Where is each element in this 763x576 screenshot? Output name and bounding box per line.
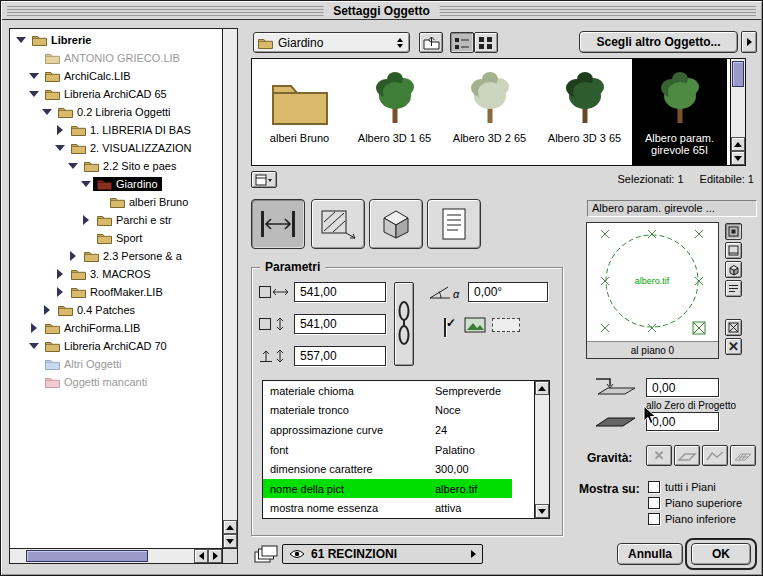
gravity-mesh-button[interactable] bbox=[730, 445, 756, 466]
tree-item-body[interactable]: RoofMaker.LIB bbox=[67, 285, 167, 299]
tab-2d-symbol[interactable] bbox=[251, 199, 305, 249]
rotation-angle-field[interactable]: 0,00° bbox=[468, 282, 548, 302]
titlebar[interactable]: Settaggi Oggetto bbox=[2, 2, 761, 20]
parameter-row-mostra-nome-essenza[interactable]: mostra nome essenzaattiva bbox=[263, 498, 534, 518]
disclosure-open-icon[interactable] bbox=[29, 341, 38, 351]
tree-item-librerie[interactable]: Librerie bbox=[10, 31, 222, 49]
preview-mode-plan-button[interactable] bbox=[725, 223, 742, 240]
parameter-row-materiale-chioma[interactable]: materiale chiomaSempreverde bbox=[263, 381, 534, 401]
object-item-albero-3d-2-65[interactable]: Albero 3D 2 65 bbox=[442, 59, 537, 165]
view-as-icons-button[interactable] bbox=[474, 32, 498, 53]
ok-button[interactable]: OK bbox=[691, 543, 751, 565]
cancel-button[interactable]: Annulla bbox=[617, 543, 683, 565]
preview-mode-text-button[interactable] bbox=[725, 280, 742, 297]
disclosure-open-icon[interactable] bbox=[16, 35, 25, 45]
scroll-left-button[interactable] bbox=[194, 549, 208, 563]
tree-item-roofmaker-lib[interactable]: RoofMaker.LIB bbox=[10, 283, 222, 301]
gravity-none-button[interactable]: ✕ bbox=[646, 445, 672, 466]
preview-hotspot-button[interactable] bbox=[725, 319, 742, 336]
tree-item-body[interactable]: Parchi e str bbox=[93, 213, 176, 227]
tree-item-body[interactable]: 2. VISUALIZZAZION bbox=[67, 141, 195, 155]
disclosure-closed-icon[interactable] bbox=[68, 251, 77, 261]
size-y-field[interactable]: 541,00 bbox=[294, 314, 386, 334]
gravity-slab-button[interactable] bbox=[674, 445, 700, 466]
tree-item-body[interactable]: Giardino bbox=[93, 177, 162, 191]
tab-2d-hatch[interactable] bbox=[311, 199, 365, 249]
parameter-row-dimensione-carattere[interactable]: dimensione carattere300,00 bbox=[263, 459, 534, 479]
scroll-down-button[interactable] bbox=[731, 151, 745, 165]
view-as-list-button[interactable] bbox=[450, 32, 474, 53]
tree-item-body[interactable]: ArchiCalc.LIB bbox=[41, 69, 135, 83]
disclosure-open-icon[interactable] bbox=[29, 71, 38, 81]
preview-mode-3d-button[interactable] bbox=[725, 261, 742, 278]
checkbox-icon[interactable] bbox=[648, 513, 660, 525]
scrollbar-thumb[interactable] bbox=[732, 61, 744, 87]
show-on-option-tutti-i-piani[interactable]: tutti i Piani bbox=[648, 479, 742, 495]
checkbox-icon[interactable] bbox=[648, 481, 660, 493]
tree-item-altri-oggetti[interactable]: Altri Oggetti bbox=[10, 355, 222, 373]
tree-item-body[interactable]: ANTONIO GRIECO.LIB bbox=[41, 51, 184, 65]
layer-popup[interactable]: 61 RECINZIONI bbox=[282, 544, 483, 564]
object-item-albero-param-girevole-65i[interactable]: Albero param. girevole 65I bbox=[632, 59, 727, 165]
parameter-row-approssimazione-curve[interactable]: approssimazione curve24 bbox=[263, 420, 534, 440]
disclosure-open-icon[interactable] bbox=[29, 89, 38, 99]
tree-horizontal-scrollbar[interactable] bbox=[10, 548, 222, 563]
tree-item-2-visualizzazion[interactable]: 2. VISUALIZZAZION bbox=[10, 139, 222, 157]
scroll-up-button[interactable] bbox=[731, 137, 745, 151]
scroll-right-button[interactable] bbox=[208, 549, 222, 563]
tree-vertical-scrollbar[interactable] bbox=[222, 29, 237, 548]
disclosure-closed-icon[interactable] bbox=[55, 287, 64, 297]
checkbox-icon[interactable] bbox=[648, 497, 660, 509]
disclosure-open-icon[interactable] bbox=[68, 161, 77, 171]
preview-clear-button[interactable]: ✕ bbox=[725, 338, 742, 355]
disclosure-closed-icon[interactable] bbox=[42, 305, 51, 315]
link-dimensions-button[interactable] bbox=[394, 282, 414, 366]
disclosure-open-icon[interactable] bbox=[55, 143, 64, 153]
disclosure-open-icon[interactable] bbox=[81, 179, 90, 189]
disclosure-closed-icon[interactable] bbox=[55, 125, 64, 135]
tree-item-1-libreria-di-bas[interactable]: 1. LIBRERIA DI BAS bbox=[10, 121, 222, 139]
tree-item-3-macros[interactable]: 3. MACROS bbox=[10, 265, 222, 283]
tree-item-body[interactable]: Oggetti mancanti bbox=[41, 375, 151, 389]
parameter-row-materiale-tronco[interactable]: materiale troncoNoce bbox=[263, 401, 534, 421]
parameter-row-nome-della-pict[interactable]: nome della pictalbero.tif bbox=[263, 479, 534, 499]
use-symbol-checkbox[interactable] bbox=[444, 319, 446, 337]
disclosure-closed-icon[interactable] bbox=[55, 269, 64, 279]
header-more-button[interactable] bbox=[741, 31, 757, 53]
tree-item-2-3-persone-a[interactable]: 2.3 Persone & a bbox=[10, 247, 222, 265]
gravity-roof-button[interactable] bbox=[702, 445, 728, 466]
tree-item-body[interactable]: alberi Bruno bbox=[106, 195, 192, 209]
object-item-albero-3d-3-65[interactable]: Albero 3D 3 65 bbox=[537, 59, 632, 165]
parent-folder-button[interactable] bbox=[419, 32, 443, 53]
elevation-to-story-field[interactable]: 0,00 bbox=[646, 378, 719, 397]
tree-item-body[interactable]: ArchiForma.LIB bbox=[41, 321, 144, 335]
tree-item-0-2-libreria-oggetti[interactable]: 0.2 Libreria Oggetti bbox=[10, 103, 222, 121]
show-on-option-piano-inferiore[interactable]: Piano inferiore bbox=[648, 511, 742, 527]
tab-3d-view[interactable] bbox=[369, 199, 423, 249]
disclosure-open-icon[interactable] bbox=[42, 107, 51, 117]
scroll-up-button[interactable] bbox=[535, 381, 549, 395]
folder-popup[interactable]: Giardino bbox=[253, 32, 410, 53]
tree-item-giardino[interactable]: Giardino bbox=[10, 175, 222, 193]
scroll-down-button[interactable] bbox=[535, 504, 549, 518]
tree-item-body[interactable]: 2.3 Persone & a bbox=[80, 249, 186, 263]
elevation-absolute-field[interactable]: 0,00 bbox=[646, 412, 719, 431]
height-field[interactable]: 557,00 bbox=[294, 346, 386, 366]
choose-other-object-button[interactable]: Scegli altro Oggetto... bbox=[579, 31, 738, 53]
table-scrollbar[interactable] bbox=[534, 381, 549, 518]
tree-item-body[interactable]: Libreria ArchiCAD 70 bbox=[41, 339, 171, 353]
disclosure-closed-icon[interactable] bbox=[81, 215, 90, 225]
object-preview[interactable]: albero.tif al piano 0 bbox=[586, 222, 719, 359]
tree-item-body[interactable]: Libreria ArchiCAD 65 bbox=[41, 87, 171, 101]
tree-item-archiforma-lib[interactable]: ArchiForma.LIB bbox=[10, 319, 222, 337]
tree-item-body[interactable]: 3. MACROS bbox=[67, 267, 155, 281]
display-options-button[interactable] bbox=[251, 171, 277, 188]
object-item-alberi-bruno[interactable]: alberi Bruno bbox=[252, 59, 347, 165]
tree-item-libreria-archicad-70[interactable]: Libreria ArchiCAD 70 bbox=[10, 337, 222, 355]
size-x-field[interactable]: 541,00 bbox=[294, 282, 386, 302]
tab-description[interactable] bbox=[427, 199, 481, 249]
tree-item-0-4-patches[interactable]: 0.4 Patches bbox=[10, 301, 222, 319]
browser-scrollbar[interactable] bbox=[730, 59, 745, 165]
parameter-row-font[interactable]: fontPalatino bbox=[263, 440, 534, 460]
tree-item-body[interactable]: 1. LIBRERIA DI BAS bbox=[67, 123, 195, 137]
